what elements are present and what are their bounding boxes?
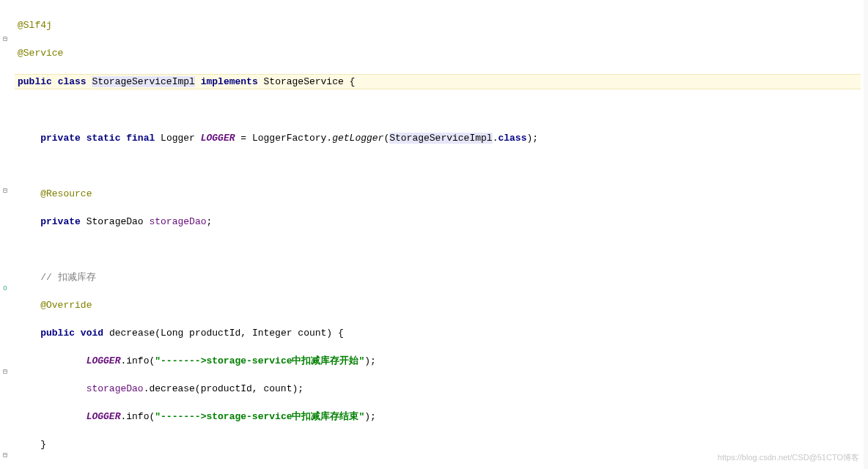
watermark: https://blog.csdn.net/CSD@51CTO博客 <box>718 451 859 465</box>
code-editor[interactable]: ⊟ ⊟ o ⊟ ⊟ @Slf4j @Service public class S… <box>0 0 868 469</box>
annotation-override: @Override <box>40 300 92 311</box>
annotation-service: @Service <box>18 48 63 59</box>
comment: // 扣减库存 <box>40 272 95 283</box>
override-icon[interactable]: o <box>3 281 12 290</box>
fold-icon[interactable]: ⊟ <box>3 184 12 193</box>
gutter[interactable]: ⊟ ⊟ o ⊟ ⊟ <box>0 0 15 469</box>
code-content[interactable]: @Slf4j @Service public class StorageServ… <box>15 0 864 469</box>
annotation-resource: @Resource <box>40 188 92 199</box>
class-declaration[interactable]: public class StorageServiceImpl implemen… <box>15 74 861 89</box>
annotation-slf4j: @Slf4j <box>18 20 52 31</box>
fold-icon[interactable]: ⊟ <box>3 448 12 457</box>
fold-icon[interactable]: ⊟ <box>3 365 12 374</box>
method-decrease: decrease <box>109 328 155 339</box>
fold-icon[interactable]: ⊟ <box>3 32 12 41</box>
minimap-scrollbar[interactable] <box>864 0 868 469</box>
